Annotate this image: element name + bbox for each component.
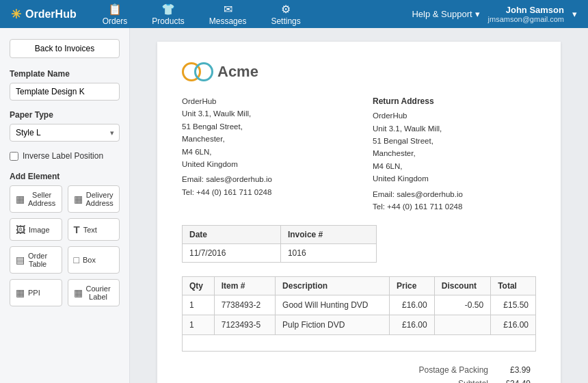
settings-icon: ⚙ (281, 3, 291, 16)
subtotal-label: Subtotal (415, 378, 492, 383)
ppi-icon: ▦ (16, 287, 25, 298)
logo-circles (182, 62, 213, 81)
nav-products[interactable]: 👕 Products (139, 3, 196, 26)
template-name-input[interactable] (10, 83, 120, 101)
items-table: Qty Item # Description Price Discount To… (182, 276, 536, 352)
subtotal-value: £34.49 (494, 378, 535, 383)
user-email: jmsamson@gmail.com (488, 15, 564, 23)
date-header: Date (183, 226, 281, 244)
user-name: John Samson (506, 5, 564, 15)
return-addr2: 51 Bengal Street, (373, 135, 536, 147)
return-addr4: M4 6LN, (373, 160, 536, 172)
nav-messages[interactable]: ✉ Messages (197, 3, 259, 26)
inverse-label-text: Inverse Label Position (23, 151, 103, 161)
nav-settings[interactable]: ⚙ Settings (258, 3, 312, 26)
col-discount: Discount (434, 277, 490, 295)
logo-circle-teal (194, 62, 213, 81)
row2-qty: 1 (183, 315, 215, 335)
invoice-num-header: Invoice # (280, 226, 376, 244)
row1-price: £16.00 (389, 295, 434, 315)
help-chevron-icon: ▾ (475, 9, 480, 19)
col-desc: Description (276, 277, 390, 295)
main-layout: Back to Invoices Template Name Paper Typ… (0, 28, 588, 383)
sender-addr4: M4 6LN, (182, 146, 345, 158)
row1-total: £15.50 (491, 295, 536, 315)
row2-desc: Pulp Fiction DVD (276, 315, 390, 335)
messages-icon: ✉ (224, 3, 232, 16)
row1-desc: Good Will Hunting DVD (276, 295, 390, 315)
seller-address-icon: ▦ (16, 194, 25, 204)
row1-qty: 1 (183, 295, 215, 315)
box-label: Box (83, 256, 96, 264)
invoice-date-value: 11/7/2016 (183, 244, 281, 263)
table-row: 1 7738493-2 Good Will Hunting DVD £16.00… (183, 295, 536, 315)
add-seller-address-button[interactable]: ▦ SellerAddress (10, 185, 62, 213)
return-email: Email: sales@orderhub.io (373, 188, 536, 200)
nav-products-label: Products (152, 16, 184, 26)
help-support-label: Help & Support (412, 9, 472, 19)
company-name: Acme (217, 63, 258, 81)
nav-orders[interactable]: 📋 Orders (90, 3, 140, 26)
row2-discount (434, 315, 490, 335)
col-total: Total (491, 277, 536, 295)
col-price: Price (389, 277, 434, 295)
row2-total: £16.00 (491, 315, 536, 335)
help-support-button[interactable]: Help & Support ▾ (412, 9, 479, 19)
return-address-block: Return Address OrderHub Unit 3.1, Waulk … (373, 95, 536, 213)
courier-label-icon: ▦ (74, 287, 83, 298)
return-name: OrderHub (373, 109, 536, 122)
inverse-label-checkbox[interactable] (10, 152, 18, 161)
order-table-icon: ▤ (16, 254, 25, 265)
add-element-label: Add Element (10, 172, 120, 181)
add-order-table-button[interactable]: ▤ OrderTable (10, 246, 62, 274)
add-delivery-address-button[interactable]: ▦ DeliveryAddress (68, 185, 120, 213)
sender-addr5: United Kingdom (182, 158, 345, 170)
sidebar: Back to Invoices Template Name Paper Typ… (0, 28, 130, 383)
sender-name: OrderHub (182, 95, 345, 107)
col-item: Item # (214, 277, 275, 295)
paper-type-select[interactable]: Style L Style M Style S (10, 124, 120, 142)
box-icon: □ (74, 254, 79, 265)
back-to-invoices-button[interactable]: Back to Invoices (10, 39, 120, 58)
invoice-info-table: Date Invoice # 11/7/2016 1016 (182, 225, 377, 263)
nav-messages-label: Messages (209, 16, 247, 26)
add-courier-label-button[interactable]: ▦ CourierLabel (68, 279, 120, 306)
invoice-logo-area: Acme (182, 62, 536, 81)
sender-addr2: 51 Bengal Street, (182, 120, 345, 133)
paper-type-label: Paper Type (10, 110, 120, 120)
nav-left: ✳ OrderHub 📋 Orders 👕 Products ✉ Message… (11, 3, 313, 26)
row2-item: 7123493-5 (214, 315, 275, 335)
add-box-button[interactable]: □ Box (68, 246, 120, 274)
row1-item: 7738493-2 (214, 295, 275, 315)
add-ppi-button[interactable]: ▦ PPI (10, 279, 62, 306)
add-text-button[interactable]: T Text (68, 218, 120, 241)
user-menu[interactable]: John Samson jmsamson@gmail.com (488, 5, 564, 23)
delivery-address-icon: ▦ (74, 194, 83, 204)
orders-icon: 📋 (108, 3, 122, 16)
table-row: 1 7123493-5 Pulp Fiction DVD £16.00 £16.… (183, 315, 536, 335)
return-addr3: Manchester, (373, 147, 536, 159)
return-address-label: Return Address (373, 95, 536, 108)
totals-section: Postage & Packing £3.99 Subtotal £34.49 … (182, 362, 536, 383)
table-row-empty (183, 335, 536, 352)
return-addr5: United Kingdom (373, 172, 536, 185)
top-navigation: ✳ OrderHub 📋 Orders 👕 Products ✉ Message… (0, 0, 588, 28)
text-label: Text (83, 226, 97, 234)
nav-orders-label: Orders (103, 16, 128, 26)
postage-row: Postage & Packing £3.99 (415, 364, 535, 376)
add-image-button[interactable]: 🖼 Image (10, 218, 62, 241)
subtotal-row: Subtotal £34.49 (415, 378, 535, 383)
image-label: Image (29, 226, 50, 234)
col-qty: Qty (183, 277, 215, 295)
paper-type-select-wrap: Style L Style M Style S ▾ (10, 124, 120, 142)
sender-address-block: OrderHub Unit 3.1, Waulk Mill, 51 Bengal… (182, 95, 345, 213)
postage-label: Postage & Packing (415, 364, 492, 376)
user-chevron-icon: ▾ (572, 9, 577, 19)
seller-address-label: SellerAddress (28, 191, 55, 207)
inverse-label-row: Inverse Label Position (10, 151, 120, 161)
logo-icon: ✳ (11, 7, 21, 22)
return-tel: Tel: +44 (0) 161 711 0248 (373, 200, 536, 213)
return-addr1: Unit 3.1, Waulk Mill, (373, 122, 536, 135)
logo[interactable]: ✳ OrderHub (11, 7, 77, 22)
ppi-label: PPI (28, 289, 40, 297)
